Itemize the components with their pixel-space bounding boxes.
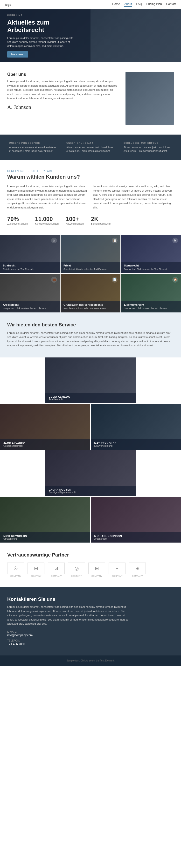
team-role-jack: Gesellschaftsrecht	[3, 444, 87, 447]
about-body: Lorem ipsum dolor sit amet, consectetur …	[7, 80, 118, 101]
service-card-6[interactable]: Eigentumsrecht Sample text. Click to sel…	[121, 274, 181, 312]
philosophy-text-3: At vero eos et accusam et justo duo dolo…	[124, 146, 172, 153]
stat-label-4: Beispielbuchschrift	[91, 222, 111, 225]
philosophy-text-2: At vero eos et accusam et justo duo dolo…	[67, 146, 114, 153]
hero-description: Lorem ipsum dolor sit amet, consectetur …	[7, 36, 75, 48]
nav-pricing[interactable]: Pricing Plan	[147, 2, 162, 7]
best-service-section: Wir bieten den besten Service Lorem ipsu…	[0, 312, 181, 358]
team-card-jack[interactable]: JACK ALVAREZ Gesellschaftsrecht	[0, 404, 90, 450]
team-card-laura[interactable]: LAURA NGUYEN Geistiges Eigentumsrecht	[45, 451, 136, 496]
team-role-nick: Umweltrecht	[3, 537, 87, 540]
stat-1: 70% Zufriedene Kunden	[7, 216, 28, 225]
team-role-michael: Arbeitsrecht	[94, 537, 178, 540]
philosophy-item-3: SCHLÜSSEL ZUM ERFOLG At vero eos et accu…	[119, 142, 176, 153]
partner-5[interactable]: ⊞ COMPANY	[88, 562, 105, 577]
team-name-michael: MICHAEL JOHNSON	[94, 535, 178, 537]
about-image	[126, 72, 174, 125]
stat-label-3: Auszeichnungen	[66, 222, 84, 225]
team-card-celia[interactable]: CELIA ALMEDA Familienrecht	[45, 358, 136, 403]
service-title-4: Arbeitsrecht	[3, 303, 57, 306]
team-overlay-laura: LAURA NGUYEN Geistiges Eigentumsrecht	[45, 486, 136, 496]
service-icon-5: 📄	[112, 277, 118, 283]
service-overlay-5: Grundlagen des Vertragsrechts Sample tex…	[60, 301, 121, 312]
service-desc-1: Click to select the Text Element.	[3, 268, 57, 271]
contact-phone-label: Telefon:	[7, 639, 174, 642]
navbar: logo Home About FAQ Pricing Plan Contact	[0, 0, 181, 9]
service-overlay-6: Eigentumsrecht Sample text. Click to sel…	[121, 301, 181, 312]
about-section: Über uns Lorem ipsum dolor sit amet, con…	[0, 62, 181, 134]
team-role-nat: Strafverteidigung	[94, 444, 178, 447]
partners-logos: ☉ COMPANY ⊟ COMPANY ⊿ COMPANY ◎ COMPANY …	[7, 562, 174, 577]
philosophy-item-2: UNSER GRUNDSATZ At vero eos et accusam e…	[62, 142, 119, 153]
best-service-title: Wir bieten den besten Service	[7, 322, 174, 328]
nav-about[interactable]: About	[124, 2, 132, 7]
why-col1: Lorem ipsum dolor sit amet, consectetur …	[7, 184, 88, 210]
why-tag: GESETZLICHE RECHTE ERKLÄRT	[7, 170, 174, 172]
team-card-michael[interactable]: MICHAEL JOHNSON Arbeitsrecht	[91, 497, 181, 542]
service-desc-3: Sample text. Click to select the Text El…	[124, 268, 178, 271]
service-desc-2: Sample text. Click to select the Text El…	[63, 268, 118, 271]
service-card-2[interactable]: Privat Sample text. Click to select the …	[60, 235, 121, 273]
service-card-3[interactable]: Steuerrecht Sample text. Click to select…	[121, 235, 181, 273]
team-card-nat[interactable]: NAT REYNOLDS Strafverteidigung	[91, 404, 181, 450]
team-role-celia: Familienrecht	[49, 398, 132, 401]
team-card-nick[interactable]: NICK REYNOLDS Umweltrecht	[0, 497, 90, 542]
service-desc-6: Sample text. Click to select the Text El…	[124, 307, 178, 310]
partner-7[interactable]: ⊞ COMPANY	[129, 562, 146, 577]
team-overlay-celia: CELIA ALMEDA Familienrecht	[45, 393, 136, 403]
about-text: Über uns Lorem ipsum dolor sit amet, con…	[7, 72, 118, 110]
nav-home[interactable]: Home	[112, 2, 120, 7]
hero-title: Aktuelles zum Arbeitsrecht	[7, 19, 84, 34]
footer-text: Sample text. Click to select the Text El…	[67, 659, 114, 662]
philosophy-tag-3: SCHLÜSSEL ZUM ERFOLG	[124, 142, 172, 144]
contact-section: Kontaktieren Sie uns Lorem ipsum dolor s…	[0, 587, 181, 655]
nav-faq[interactable]: FAQ	[136, 2, 142, 7]
partners-title: Vertrauenswürdige Partner	[7, 552, 174, 558]
philosophy-tag-2: UNSER GRUNDSATZ	[67, 142, 114, 144]
service-overlay-1: Strafrecht Click to select the Text Elem…	[0, 262, 60, 273]
team-row-3: LAURA NGUYEN Geistiges Eigentumsrecht	[0, 451, 181, 496]
team-role-laura: Geistiges Eigentumsrecht	[49, 491, 132, 494]
team-overlay-nat: NAT REYNOLDS Strafverteidigung	[91, 439, 181, 450]
service-desc-4: Sample text. Click to select the Text El…	[3, 307, 57, 310]
partner-3[interactable]: ⊿ COMPANY	[48, 562, 65, 577]
service-overlay-4: Arbeitsrecht Sample text. Click to selec…	[0, 301, 60, 312]
partner-2[interactable]: ⊟ COMPANY	[27, 562, 44, 577]
stat-num-3: 100+	[66, 216, 84, 222]
stat-3: 100+ Auszeichnungen	[66, 216, 84, 225]
philosophy-item-1: UNSERE PHILOSOPHIE At vero eos et accusa…	[5, 142, 62, 153]
contact-email-value: info@company.com	[7, 633, 174, 637]
why-col2: Lorem ipsum dolor sit amet, consectetur …	[93, 184, 174, 210]
hero-content: ÜBER UNS Aktuelles zum Arbeitsrecht Lore…	[7, 14, 174, 58]
service-title-2: Privat	[63, 264, 118, 267]
service-icon-4: 💼	[51, 277, 57, 283]
service-desc-5: Sample text. Click to select the Text El…	[63, 307, 118, 310]
hero-btn[interactable]: Mehr lesen	[7, 51, 28, 58]
partner-6[interactable]: ⌁ COMPANY	[109, 562, 126, 577]
service-icon-1: ⚖	[51, 238, 57, 243]
stat-label-2: Kundenempfehlungen	[35, 222, 59, 225]
service-card-5[interactable]: Grundlagen des Vertragsrechts Sample tex…	[60, 274, 121, 312]
services-section: Strafrecht Click to select the Text Elem…	[0, 235, 181, 312]
partner-1[interactable]: ☉ COMPANY	[7, 562, 24, 577]
service-card-4[interactable]: Arbeitsrecht Sample text. Click to selec…	[0, 274, 60, 312]
about-title: Über uns	[7, 72, 118, 77]
philosophy-section: UNSERE PHILOSOPHIE At vero eos et accusa…	[0, 134, 181, 160]
why-section: GESETZLICHE RECHTE ERKLÄRT Warum wählen …	[0, 160, 181, 235]
team-row-1: CELIA ALMEDA Familienrecht	[0, 358, 181, 403]
team-overlay-nick: NICK REYNOLDS Umweltrecht	[0, 532, 90, 542]
team-section: CELIA ALMEDA Familienrecht JACK ALVAREZ …	[0, 358, 181, 542]
contact-phone-value: +21.456.7890	[7, 643, 174, 646]
partner-4[interactable]: ◎ COMPANY	[68, 562, 85, 577]
nav-contact[interactable]: Contact	[166, 2, 176, 7]
nav-links: Home About FAQ Pricing Plan Contact	[112, 2, 176, 7]
team-overlay-michael: MICHAEL JOHNSON Arbeitsrecht	[91, 532, 181, 542]
team-row-4: NICK REYNOLDS Umweltrecht MICHAEL JOHNSO…	[0, 497, 181, 542]
hero-tag: ÜBER UNS	[7, 14, 174, 17]
signature: A. Johnson	[7, 104, 118, 110]
service-icon-3: 🏛	[172, 238, 178, 243]
service-card-1[interactable]: Strafrecht Click to select the Text Elem…	[0, 235, 60, 273]
contact-phone: Telefon: +21.456.7890	[7, 639, 174, 646]
service-title-3: Steuerrecht	[124, 264, 178, 267]
service-overlay-3: Steuerrecht Sample text. Click to select…	[121, 262, 181, 273]
